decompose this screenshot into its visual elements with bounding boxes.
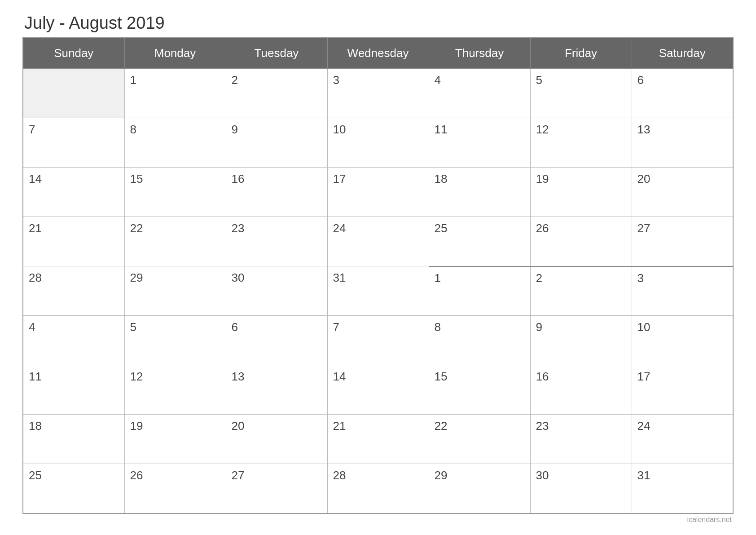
calendar-cell: 18 <box>23 415 124 464</box>
calendar-cell: 13 <box>632 118 733 168</box>
calendar-cell: 18 <box>429 168 530 217</box>
calendar-cell: 2 <box>226 69 327 118</box>
calendar-cell: 29 <box>429 464 530 513</box>
day-header-thursday: Thursday <box>429 38 530 69</box>
calendar-cell: 8 <box>429 316 530 365</box>
calendar-cell: 26 <box>530 217 632 266</box>
calendar-cell: 23 <box>226 217 327 266</box>
calendar-cell: 4 <box>429 69 530 118</box>
calendar-cell: 22 <box>124 217 226 266</box>
day-header-tuesday: Tuesday <box>226 38 327 69</box>
calendar-cell: 29 <box>124 266 226 316</box>
calendar-cell: 8 <box>124 118 226 168</box>
calendar-cell: 20 <box>632 168 733 217</box>
calendar-cell: 9 <box>530 316 632 365</box>
calendar-row: 14151617181920 <box>23 168 733 217</box>
calendar-cell: 16 <box>530 365 632 415</box>
calendar-cell: 11 <box>429 118 530 168</box>
calendar-cell: 14 <box>23 168 124 217</box>
calendar-cell: 10 <box>632 316 733 365</box>
calendar-cell: 14 <box>327 365 429 415</box>
calendar-row: 11121314151617 <box>23 365 733 415</box>
calendar-cell: 15 <box>429 365 530 415</box>
calendar-row: 25262728293031 <box>23 464 733 513</box>
calendar-cell: 15 <box>124 168 226 217</box>
calendar-cell: 1 <box>429 266 530 316</box>
calendar-cell: 3 <box>632 266 733 316</box>
watermark: icalendars.net <box>22 516 734 524</box>
calendar-row: 18192021222324 <box>23 415 733 464</box>
calendar-cell: 7 <box>23 118 124 168</box>
calendar-cell: 16 <box>226 168 327 217</box>
calendar-cell: 17 <box>327 168 429 217</box>
calendar-cell: 6 <box>632 69 733 118</box>
calendar-cell: 19 <box>124 415 226 464</box>
day-header-monday: Monday <box>124 38 226 69</box>
calendar-row: 21222324252627 <box>23 217 733 266</box>
calendar-cell: 30 <box>530 464 632 513</box>
calendar-cell: 11 <box>23 365 124 415</box>
calendar-cell: 1 <box>124 69 226 118</box>
calendar-row: 28293031123 <box>23 266 733 316</box>
calendar-cell: 31 <box>632 464 733 513</box>
calendar-cell: 23 <box>530 415 632 464</box>
calendar-cell: 31 <box>327 266 429 316</box>
calendar-table: SundayMondayTuesdayWednesdayThursdayFrid… <box>22 37 734 514</box>
calendar-cell: 25 <box>429 217 530 266</box>
calendar-cell: 2 <box>530 266 632 316</box>
calendar-cell <box>23 69 124 118</box>
calendar-cell: 27 <box>226 464 327 513</box>
day-header-friday: Friday <box>530 38 632 69</box>
calendar-cell: 17 <box>632 365 733 415</box>
calendar-cell: 21 <box>327 415 429 464</box>
calendar-cell: 24 <box>327 217 429 266</box>
calendar-cell: 19 <box>530 168 632 217</box>
calendar-cell: 27 <box>632 217 733 266</box>
calendar-cell: 12 <box>530 118 632 168</box>
calendar-row: 123456 <box>23 69 733 118</box>
calendar-cell: 25 <box>23 464 124 513</box>
calendar-cell: 21 <box>23 217 124 266</box>
day-header-wednesday: Wednesday <box>327 38 429 69</box>
calendar-cell: 4 <box>23 316 124 365</box>
calendar-cell: 9 <box>226 118 327 168</box>
calendar-cell: 7 <box>327 316 429 365</box>
calendar-cell: 6 <box>226 316 327 365</box>
calendar-row: 78910111213 <box>23 118 733 168</box>
calendar-cell: 20 <box>226 415 327 464</box>
calendar-wrapper: July - August 2019 SundayMondayTuesdayWe… <box>22 13 734 524</box>
calendar-cell: 5 <box>124 316 226 365</box>
calendar-cell: 3 <box>327 69 429 118</box>
header-row: SundayMondayTuesdayWednesdayThursdayFrid… <box>23 38 733 69</box>
calendar-cell: 30 <box>226 266 327 316</box>
day-header-sunday: Sunday <box>23 38 124 69</box>
calendar-cell: 12 <box>124 365 226 415</box>
calendar-cell: 5 <box>530 69 632 118</box>
calendar-cell: 10 <box>327 118 429 168</box>
calendar-cell: 28 <box>327 464 429 513</box>
calendar-cell: 28 <box>23 266 124 316</box>
calendar-cell: 26 <box>124 464 226 513</box>
day-header-saturday: Saturday <box>632 38 733 69</box>
calendar-cell: 13 <box>226 365 327 415</box>
calendar-title: July - August 2019 <box>22 13 734 33</box>
calendar-row: 45678910 <box>23 316 733 365</box>
calendar-cell: 22 <box>429 415 530 464</box>
calendar-cell: 24 <box>632 415 733 464</box>
